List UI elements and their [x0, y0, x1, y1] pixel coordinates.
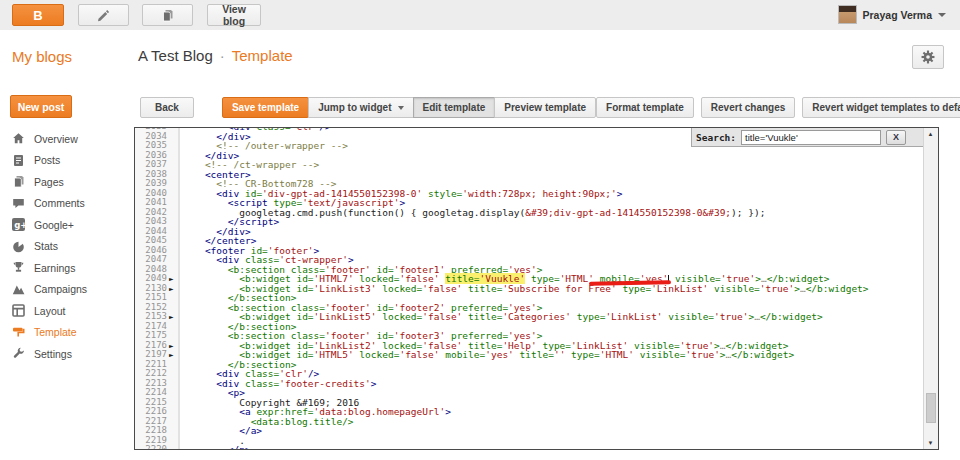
pie-chart-icon [12, 240, 25, 253]
pages-icon [12, 175, 25, 188]
mountains-icon [12, 283, 25, 296]
fold-arrow-icon[interactable]: ► [167, 274, 178, 284]
comment-bubble-icon [12, 197, 25, 210]
layout-grid-icon [12, 304, 25, 317]
template-code-editor: 2033 <div class='clr'/>2034 </div>2035 <… [134, 127, 939, 450]
sidebar-item-template[interactable]: Template [0, 322, 133, 344]
view-blog-button[interactable]: View blog [207, 4, 261, 26]
search-label: Search: [696, 132, 736, 143]
title-separator: · [220, 47, 225, 64]
fold-arrow-icon[interactable]: ► [167, 312, 178, 322]
line-number: 2220 [135, 445, 179, 449]
sidebar-item-label: Overview [34, 133, 78, 145]
sidebar-item-label: Google+ [34, 219, 74, 231]
sidebar-item-pages[interactable]: Pages [0, 171, 133, 193]
format-template-button[interactable]: Format template [596, 97, 694, 118]
sidebar-item-settings[interactable]: Settings [0, 343, 133, 365]
code-line[interactable]: 2219 . [135, 436, 924, 446]
posts-icon [12, 154, 25, 167]
preview-template-tab[interactable]: Preview template [494, 97, 596, 118]
blogger-logo-icon: B [33, 8, 42, 23]
revert-widget-templates-button[interactable]: Revert widget templates to default [802, 97, 960, 118]
sidebar-item-label: Earnings [34, 262, 75, 274]
avatar [838, 5, 857, 24]
fold-arrow-icon[interactable]: ► [167, 284, 178, 294]
sidebar-item-label: Template [34, 326, 77, 338]
trophy-icon [12, 261, 25, 274]
sidebar-item-label: Layout [34, 305, 66, 317]
sidebar-item-campaigns[interactable]: Campaigns [0, 279, 133, 301]
code-line[interactable]: 2043 </script> [135, 217, 924, 227]
fold-arrow-icon[interactable]: ► [167, 341, 178, 351]
home-icon [12, 132, 25, 145]
jump-to-widget-dropdown[interactable]: Jump to widget [308, 97, 413, 118]
sidebar-item-earnings[interactable]: Earnings [0, 257, 133, 279]
pages-list-button[interactable] [142, 4, 193, 26]
my-blogs-link[interactable]: My blogs [12, 48, 72, 65]
code-line[interactable]: 2037 <!-- /ct-wrapper --> [135, 160, 924, 170]
search-input[interactable] [741, 130, 881, 145]
new-post-pencil-button[interactable] [78, 4, 129, 26]
code-area[interactable]: 2033 <div class='clr'/>2034 </div>2035 <… [135, 127, 924, 449]
breadcrumb: A Test Blog·Template [138, 47, 293, 64]
copy-pages-icon [161, 9, 174, 22]
user-menu[interactable]: Prayag Verma [838, 5, 946, 24]
user-name: Prayag Verma [863, 9, 932, 21]
code-line[interactable]: 2218 </a> [135, 426, 924, 436]
sidebar-item-label: Pages [34, 176, 64, 188]
sidebar-item-comments[interactable]: Comments [0, 193, 133, 215]
vertical-scrollbar[interactable]: ▲ ▼ [923, 128, 938, 449]
scroll-up-icon[interactable]: ▲ [924, 131, 937, 137]
back-button[interactable]: Back [140, 97, 194, 118]
paint-roller-icon [12, 326, 25, 339]
edit-template-tab[interactable]: Edit template [413, 97, 496, 118]
sidebar-item-label: Settings [34, 348, 72, 360]
search-close-button[interactable]: X [886, 130, 906, 145]
page-header: My blogs A Test Blog·Template [0, 30, 960, 85]
revert-changes-button[interactable]: Revert changes [701, 97, 795, 118]
top-navbar: B View blog Prayag Verma [0, 0, 960, 31]
sidebar-item-stats[interactable]: Stats [0, 236, 133, 258]
sidebar-item-label: Stats [34, 240, 58, 252]
blogger-home-button[interactable]: B [12, 4, 64, 26]
gear-icon [921, 50, 935, 64]
scroll-thumb[interactable] [926, 393, 936, 423]
chevron-down-icon [938, 13, 946, 17]
settings-gear-button[interactable] [912, 45, 944, 69]
save-template-button[interactable]: Save template [222, 97, 309, 118]
fold-arrow-icon[interactable]: ► [167, 350, 178, 360]
page-title: Template [232, 47, 293, 64]
blog-title: A Test Blog [138, 47, 213, 64]
sidebar-item-layout[interactable]: Layout [0, 300, 133, 322]
template-toolbar: Back Save template Jump to widget Edit t… [134, 97, 942, 118]
svg-text:g+: g+ [14, 220, 25, 230]
sidebar-item-overview[interactable]: Overview [0, 128, 133, 150]
search-bar: Search: X [691, 128, 925, 147]
sidebar-item-googleplus[interactable]: g+ Google+ [0, 214, 133, 236]
google-plus-icon: g+ [12, 218, 25, 231]
sidebar-item-label: Campaigns [34, 283, 87, 295]
code-line[interactable]: 2220 </p> [135, 445, 924, 449]
pencil-icon [97, 9, 110, 22]
chevron-down-icon [398, 106, 404, 110]
scroll-down-icon[interactable]: ▼ [924, 440, 937, 446]
code-line[interactable]: 2213 <div class='footer-credits'> [135, 379, 924, 389]
sidebar-nav: Overview Posts Pages Comments g+ Google+… [0, 128, 133, 365]
sidebar-item-posts[interactable]: Posts [0, 150, 133, 172]
wrench-icon [12, 347, 25, 360]
new-post-button[interactable]: New post [10, 95, 72, 118]
sidebar-item-label: Comments [34, 197, 85, 209]
sidebar-item-label: Posts [34, 154, 60, 166]
